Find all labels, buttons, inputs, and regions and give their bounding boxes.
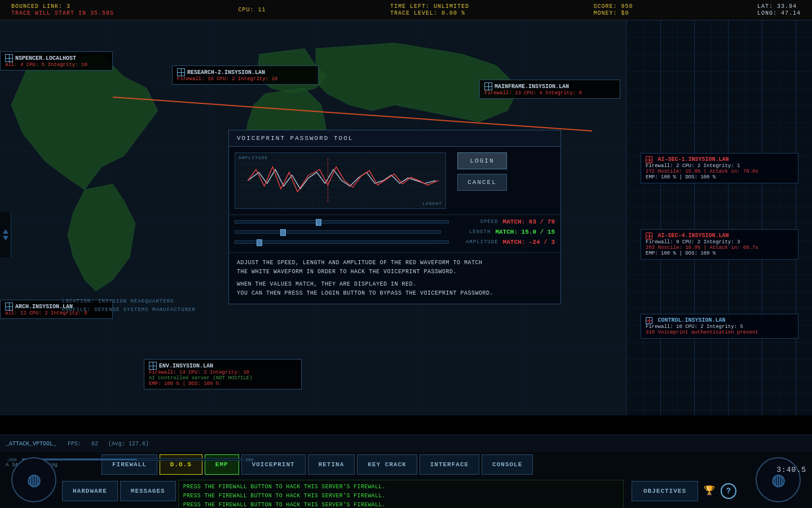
aisec1-hostile: 272 Hostile: 15.0% | Attack in: 78.8s (646, 169, 793, 174)
interface-button[interactable]: INTERFACE (420, 454, 479, 475)
retina-button[interactable]: RETINA (308, 454, 355, 475)
location-line1: Location: Insysion headquarters (62, 297, 196, 305)
env-line1: Firewall: 14 CPU: 2 Integrity: 10 (149, 370, 297, 375)
instr-line5: You can then press the LOGIN button to b… (237, 289, 553, 298)
voiceprint-dialog: Voiceprint Password Tool AMPLITUDE LENGH… (228, 130, 561, 304)
aisec4-emp: EMP: 100 % | DOS: 100 % (646, 251, 793, 256)
top-bar: Bounced Link: 3 Trace will start in 35.5… (0, 0, 812, 20)
scroll-down-icon[interactable] (3, 236, 8, 240)
cpu-section: CPU: 11 (239, 7, 266, 13)
range-left: -200 (6, 457, 20, 462)
aisec1-crosshair-icon (646, 156, 652, 163)
control-line1: Firewall: 10 CPU: 2 Integrity: 5 (646, 324, 793, 330)
grid-line (728, 20, 729, 415)
range-right: 200 (245, 457, 259, 462)
aisec1-line1: Firewall: 2 CPU: 2 Integrity: 1 (646, 163, 793, 169)
bounced-link-label: Bounced Link: 3 (11, 3, 114, 10)
node-env[interactable]: ENV.INSYSION.LAN Firewall: 14 CPU: 2 Int… (144, 359, 302, 389)
aisec1-emp: EMP: 100 % | DOS: 100 % (646, 174, 793, 180)
aisec1-title: AI-SEC-1.INSYSION.LAN (657, 156, 729, 163)
right-panel: AI-SEC-1.INSYSION.LAN Firewall: 2 CPU: 2… (626, 20, 812, 415)
score-label: Score: 950 (593, 3, 633, 10)
objectives-button[interactable]: OBJECTIVES (632, 481, 698, 501)
logo-right: ◍ (756, 457, 801, 502)
msg-line1: Press the FIREWALL button to hack this s… (183, 483, 619, 492)
grid-line (694, 20, 695, 415)
hardware-button[interactable]: HARDWARE (62, 481, 118, 501)
env-line3: EMP: 100 % | DOS: 100 % (149, 381, 297, 387)
fps-label: FPS: 62 (Avg: 127.6) (68, 441, 149, 447)
login-button[interactable]: LOGIN (457, 152, 507, 169)
length-track[interactable] (235, 230, 441, 234)
time-left-label: Time Left: Unlimited (390, 3, 469, 10)
help-icon[interactable]: ? (721, 483, 736, 499)
console-button[interactable]: CONSOLE (482, 454, 533, 475)
env-title: ENV.INSYSION.LAN (159, 363, 213, 369)
logo-left: ◍ (11, 457, 56, 502)
logo-left-icon: ◍ (27, 471, 41, 489)
node-spencer[interactable]: nspencer.localhost all: 4 CPU: 5 Integri… (0, 51, 113, 71)
score-section: Score: 950 Money: $0 (593, 3, 633, 16)
msg-line3: Press the FIREWALL button to hack this s… (183, 501, 619, 508)
message-area: Press the FIREWALL button to hack this s… (178, 480, 624, 508)
messages-button[interactable]: MESSAGES (120, 481, 176, 501)
instr-line2: the white waveform in order to hack the … (237, 268, 553, 277)
speed-track[interactable] (235, 220, 449, 224)
node-research[interactable]: RESEARCH-2.INSYSION.LAN Firewall: 16 CPU… (172, 65, 319, 85)
speed-thumb[interactable] (316, 219, 321, 226)
mainframe-title: MAINFRAME.INSYSION.LAN (495, 84, 569, 90)
waveform-canvas: AMPLITUDE LENGHT (235, 152, 446, 209)
key-crack-button[interactable]: KEY CRACK (357, 454, 417, 475)
research-stats: Firewall: 16 CPU: 2 Integrity: 10 (177, 76, 314, 82)
speed-label: SPEED (453, 219, 498, 225)
instr-line4: When the values match, they are displaye… (237, 280, 553, 289)
length-match: MATCH: 15.0 / 15 (495, 229, 555, 235)
location-info: Location: Insysion headquarters Profile:… (62, 297, 196, 314)
tracker-track[interactable] (22, 458, 243, 461)
length-thumb[interactable] (280, 229, 286, 236)
aisec4-hostile: 203 Hostile: 18.9% | Attack in: 60.7s (646, 245, 793, 251)
grid-line (660, 20, 661, 415)
waveform-svg (235, 153, 445, 208)
location-line2: Profile: Defense systems manufacturer (62, 306, 196, 314)
trophy-icon[interactable]: 🏆 (704, 485, 715, 497)
amplitude-track[interactable] (235, 240, 449, 244)
instructions: Adjust the speed, length and amplitude o… (229, 252, 561, 304)
trace-warn-label: Trace will start in 35.58s (11, 10, 114, 16)
grid-line (796, 20, 796, 415)
aisec4-title: AI-SEC-4.INSYSION.LAN (657, 233, 729, 239)
rn-aisec1[interactable]: AI-SEC-1.INSYSION.LAN Firewall: 2 CPU: 2… (641, 153, 798, 183)
money-label: Money: $0 (593, 10, 633, 16)
attack-tool-label: _ATTACK_VPTOOL_ (6, 441, 56, 447)
sliders-area: SPEED MATCH: 63 / 79 LENGTH MATCH: 15.0 … (229, 214, 561, 252)
control-title: CONTROL.INSYSION.LAN (657, 317, 725, 323)
node-mainframe[interactable]: MAINFRAME.INSYSION.LAN Firewall: 13 CPU:… (479, 80, 620, 99)
spencer-title: nspencer.localhost (15, 55, 76, 62)
vertical-slider[interactable] (0, 212, 11, 257)
rn-aisec4[interactable]: AI-SEC-4.INSYSION.LAN Firewall: 9 CPU: 2… (641, 229, 798, 260)
amplitude-slider-row: AMPLITUDE MATCH: -24 / 3 (235, 239, 555, 246)
spencer-stats: all: 4 CPU: 5 Integrity: 10 (5, 62, 108, 68)
bounced-link-section: Bounced Link: 3 Trace will start in 35.5… (11, 3, 114, 16)
instr-line1: Adjust the speed, length and amplitude o… (237, 259, 553, 268)
scroll-up-icon[interactable] (3, 229, 8, 234)
time-section: Time Left: Unlimited Trace Level: 0.00 % (390, 3, 469, 16)
control-special: 310 Voiceprint authentication present (646, 330, 793, 335)
coords-section: LAT: 33.94 LONG: 47.14 (757, 3, 801, 16)
dialog-body: AMPLITUDE LENGHT (229, 147, 561, 214)
cpu-label: CPU: 11 (239, 7, 266, 13)
env-line2: AI controlled server (NOT HOSTILE) (149, 375, 297, 381)
amplitude-thumb[interactable] (257, 239, 262, 246)
rn-control[interactable]: .rn-crosshair:last-of-type::before,.rn-c… (641, 314, 798, 339)
dialog-title: Voiceprint Password Tool (229, 130, 561, 147)
speed-match: MATCH: 63 / 79 (503, 218, 555, 225)
amplitude-label: AMPLITUDE (239, 155, 268, 160)
mainframe-stats: Firewall: 13 CPU: 4 Integrity: 8 (484, 90, 615, 96)
speed-slider-row: SPEED MATCH: 63 / 79 (235, 218, 555, 225)
grid-line (762, 20, 762, 415)
cancel-button[interactable]: CANCEL (457, 174, 507, 191)
aisec4-line1: Firewall: 9 CPU: 2 Integrity: 3 (646, 239, 793, 245)
length-slider-row: LENGTH MATCH: 15.0 / 15 (235, 229, 555, 235)
msg-line2: Press the FIREWALL button to hack this s… (183, 492, 619, 501)
control-crosshair-icon: .rn-crosshair:last-of-type::before,.rn-c… (646, 317, 652, 324)
